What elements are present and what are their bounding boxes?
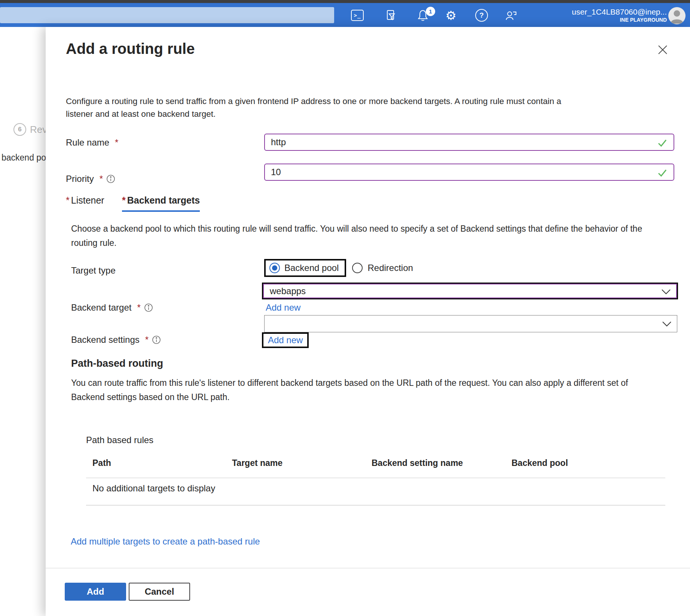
background-clipped-text: backend po (1, 153, 46, 163)
info-icon[interactable] (152, 335, 161, 344)
rule-name-input[interactable] (265, 134, 624, 150)
column-header-backend-setting-name: Backend setting name (372, 458, 463, 468)
radio-backend-pool-label: Backend pool (284, 263, 339, 273)
path-based-routing-heading: Path-based routing (71, 358, 163, 369)
required-asterisk: * (137, 302, 140, 313)
column-header-backend-pool: Backend pool (512, 458, 568, 468)
backend-settings-dropdown[interactable] (264, 315, 677, 332)
info-icon[interactable] (144, 303, 153, 312)
notification-count-badge: 1 (426, 7, 435, 16)
valid-check-icon (657, 138, 668, 148)
close-icon[interactable] (656, 43, 670, 57)
chevron-down-icon (662, 321, 672, 327)
add-routing-rule-dialog: Add a routing rule Configure a routing r… (46, 27, 690, 616)
target-type-radio-group: Backend pool Redirection (264, 258, 413, 278)
radio-backend-pool[interactable] (269, 263, 280, 273)
column-header-target-name: Target name (232, 458, 283, 468)
path-based-routing-description: You can route traffic from this rule's l… (71, 376, 655, 404)
chevron-down-icon (661, 289, 671, 295)
backend-settings-label: Backend settings* (71, 335, 161, 345)
help-icon[interactable]: ? (474, 8, 489, 23)
screen: >_ 1 ⚙ ? (0, 0, 690, 616)
add-new-settings-highlight: Add new (262, 332, 309, 348)
radio-redirection[interactable] (352, 263, 363, 273)
page-title: Add a routing rule (66, 40, 195, 57)
required-asterisk: * (66, 195, 70, 205)
tab-listener[interactable]: *Listener (66, 195, 104, 206)
search-input[interactable] (0, 7, 334, 23)
step-number-circle: 6 (13, 123, 26, 136)
account-info[interactable]: user_1C4LB87060@inep... INE PLAYGROUND (572, 7, 667, 23)
redirection-option[interactable]: Redirection (352, 263, 413, 273)
avatar[interactable] (668, 7, 686, 24)
footer-divider (46, 568, 690, 568)
directory-filter-icon[interactable] (383, 8, 398, 23)
tab-backend-targets[interactable]: *Backend targets (122, 195, 200, 212)
table-empty-row: No additional targets to display (92, 483, 215, 494)
priority-field (264, 164, 674, 181)
feedback-icon[interactable] (504, 8, 519, 23)
table-divider (86, 478, 665, 478)
settings-gear-icon[interactable]: ⚙ (443, 8, 458, 23)
tenant-name: INE PLAYGROUND (572, 16, 667, 23)
window-top-strip (0, 0, 690, 3)
add-multiple-targets-link[interactable]: Add multiple targets to create a path-ba… (71, 536, 260, 547)
backend-target-dropdown-highlight: webapps (262, 283, 678, 299)
info-icon[interactable] (106, 174, 115, 183)
cloud-shell-icon[interactable]: >_ (350, 8, 365, 23)
required-asterisk: * (122, 195, 126, 205)
required-asterisk: * (115, 137, 118, 148)
backend-target-label: Backend target* (71, 302, 153, 313)
column-header-path: Path (92, 458, 111, 468)
dialog-description: Configure a routing rule to send traffic… (66, 95, 590, 121)
add-new-backend-target-link[interactable]: Add new (266, 302, 300, 313)
radio-redirection-label: Redirection (367, 263, 413, 273)
backend-target-value: webapps (270, 286, 306, 296)
wizard-step-review: 6 Revi (13, 123, 49, 136)
cancel-button[interactable]: Cancel (129, 583, 190, 601)
backend-target-dropdown[interactable]: webapps (263, 284, 677, 298)
azure-top-bar: >_ 1 ⚙ ? (0, 3, 690, 27)
priority-label: Priority* (66, 174, 115, 184)
valid-check-icon (657, 168, 668, 178)
path-based-rules-title: Path based rules (86, 435, 153, 445)
required-asterisk: * (145, 335, 149, 345)
required-asterisk: * (100, 174, 103, 184)
target-type-label: Target type (71, 265, 116, 276)
backend-pool-option-highlight[interactable]: Backend pool (264, 259, 346, 277)
priority-input[interactable] (265, 164, 624, 180)
rule-name-label: Rule name* (66, 137, 118, 148)
backend-tab-description: Choose a backend pool to which this rout… (71, 222, 655, 250)
table-divider (86, 505, 665, 506)
rule-name-field (264, 134, 674, 151)
add-new-backend-settings-link[interactable]: Add new (268, 335, 303, 345)
add-button[interactable]: Add (65, 583, 126, 601)
user-email: user_1C4LB87060@inep... (572, 7, 667, 16)
